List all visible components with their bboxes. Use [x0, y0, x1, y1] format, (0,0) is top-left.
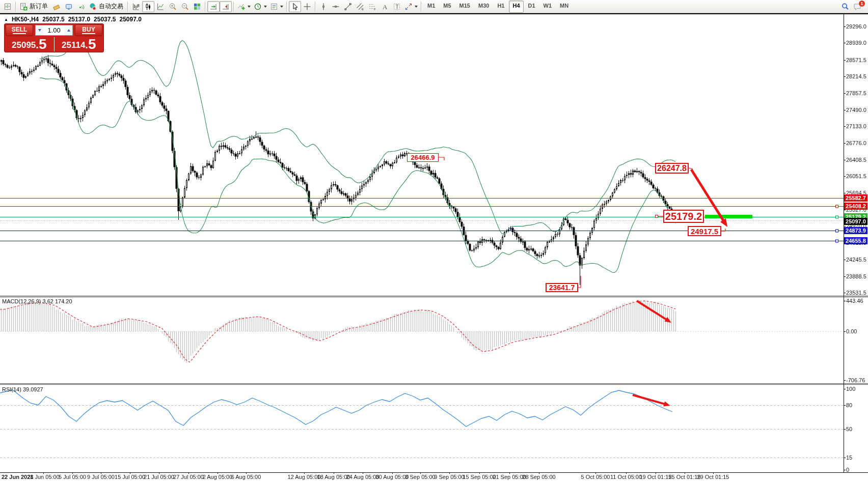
- candlestick-chart-button[interactable]: [142, 1, 154, 12]
- volume-increase-button[interactable]: [65, 25, 72, 35]
- scroll-to-end-button[interactable]: [207, 1, 220, 12]
- bar-chart-button[interactable]: [130, 1, 142, 12]
- sell-button[interactable]: SELL: [6, 24, 33, 36]
- toolbar-separator: [205, 2, 206, 12]
- sell-label: SELL: [12, 26, 28, 33]
- timeframe-mn[interactable]: MN: [556, 1, 572, 13]
- notification-badge: 1: [859, 1, 865, 7]
- new-order-button[interactable]: 新订单: [18, 1, 50, 12]
- search-button[interactable]: [839, 1, 851, 12]
- price-annotation[interactable]: 23641.7: [546, 283, 578, 292]
- text-tool-button[interactable]: A: [378, 1, 391, 12]
- fibonacci-tool-button[interactable]: F: [366, 1, 378, 12]
- buy-label: BUY: [82, 26, 95, 33]
- buy-price[interactable]: 25114 . 5: [55, 37, 104, 52]
- chart-shift-button[interactable]: [220, 1, 232, 12]
- scroll-to-end-icon: [209, 3, 218, 11]
- terminal-button[interactable]: [63, 1, 75, 12]
- dropdown-caret: [415, 6, 418, 8]
- equidistant-channel-icon: E: [356, 3, 364, 11]
- chart-window-button[interactable]: [2, 1, 14, 12]
- channel-tool-button[interactable]: E: [354, 1, 366, 12]
- ohlc-low: 25037.5: [94, 16, 116, 23]
- timeframe-m5[interactable]: M5: [440, 1, 454, 13]
- toolbar-separator: [15, 2, 16, 12]
- buy-underline: [82, 33, 95, 34]
- timeframe-h1[interactable]: H1: [494, 1, 508, 13]
- ohlc-high: 25137.0: [68, 16, 90, 23]
- symbol-period: HK50-,H4: [12, 16, 39, 23]
- periods-clock-icon: [254, 3, 262, 11]
- text-icon: A: [381, 3, 389, 11]
- price-line-badge: 24655.8: [844, 237, 867, 244]
- timeframe-group: M1M5M15M30H1H4D1W1MN: [423, 1, 573, 13]
- line-chart-icon: [156, 3, 165, 11]
- chart-window-icon: [4, 3, 12, 11]
- volume-decrease-button[interactable]: [36, 25, 43, 35]
- zoom-out-button[interactable]: [179, 1, 191, 12]
- eraser-icon: [52, 3, 61, 11]
- indicators-icon: [237, 3, 246, 11]
- toolbar-separator: [233, 2, 234, 12]
- timeframe-h4[interactable]: H4: [509, 1, 523, 13]
- terminal-icon: [65, 3, 73, 11]
- timeframe-m30[interactable]: M30: [475, 1, 493, 13]
- buy-price-main: 25114: [62, 39, 85, 51]
- cursor-icon: [291, 3, 299, 11]
- chart-canvas[interactable]: [0, 0, 868, 482]
- periods-button[interactable]: [252, 1, 268, 12]
- price-annotation[interactable]: 25179.2: [663, 210, 704, 223]
- sell-price[interactable]: 25095 . 5: [5, 37, 54, 52]
- vertical-line-icon: [319, 3, 328, 11]
- autotrade-icon: [89, 3, 97, 11]
- zoom-out-icon: [181, 3, 189, 11]
- signals-icon: [77, 3, 85, 11]
- templates-button[interactable]: [268, 1, 285, 12]
- main-toolbar: 新订单 自动交易: [0, 0, 868, 13]
- tile-windows-button[interactable]: [191, 1, 203, 12]
- horizontal-line-icon: [332, 3, 340, 11]
- arrows-tool-button[interactable]: [403, 1, 419, 12]
- notifications-button[interactable]: 1: [851, 1, 863, 12]
- svg-text:F: F: [374, 8, 376, 11]
- dropdown-caret: [248, 6, 251, 8]
- price-annotation[interactable]: 24917.5: [688, 226, 721, 236]
- label-tool-button[interactable]: T: [391, 1, 403, 12]
- timeframe-m1[interactable]: M1: [424, 1, 439, 13]
- ohlc-header: ▲ HK50-,H4 25037.5 25137.0 25037.5 25097…: [4, 16, 142, 23]
- dropdown-caret: [280, 6, 283, 8]
- cursor-tool-button[interactable]: [289, 1, 301, 12]
- sell-underline: [13, 33, 26, 34]
- price-annotation[interactable]: 26466.9: [407, 153, 439, 162]
- eraser-button[interactable]: [50, 1, 63, 12]
- bar-chart-icon: [132, 3, 140, 11]
- crosshair-tool-button[interactable]: [301, 1, 313, 12]
- toolbar-separator: [127, 2, 128, 12]
- timeframe-m15[interactable]: M15: [456, 1, 474, 13]
- one-click-trading-panel: SELL 1.00 BUY 25095 . 5 25114 . 5: [4, 23, 104, 52]
- buy-button[interactable]: BUY: [75, 24, 102, 36]
- horizontal-line-tool-button[interactable]: [330, 1, 342, 12]
- macd-indicator-label: MACD(12,26,9) 3.62 174.20: [2, 298, 72, 304]
- candlestick-chart-icon: [144, 3, 152, 11]
- price-annotation[interactable]: 26247.8: [655, 163, 689, 174]
- arrows-icon: [404, 3, 413, 11]
- signals-button[interactable]: [75, 1, 87, 12]
- current-price-badge: 25097.0: [844, 218, 867, 225]
- trendline-tool-button[interactable]: [342, 1, 354, 12]
- volume-value[interactable]: 1.00: [43, 26, 65, 34]
- vertical-line-tool-button[interactable]: [317, 1, 330, 12]
- line-chart-button[interactable]: [154, 1, 167, 12]
- timeframe-w1[interactable]: W1: [540, 1, 556, 13]
- autotrade-label: 自动交易: [98, 2, 124, 11]
- indicators-button[interactable]: [236, 1, 252, 12]
- svg-text:A: A: [383, 3, 388, 10]
- svg-text:E: E: [362, 8, 364, 11]
- sell-price-frac: 5: [39, 37, 47, 51]
- svg-text:T: T: [396, 4, 399, 9]
- timeframe-d1[interactable]: D1: [525, 1, 539, 13]
- autotrade-button[interactable]: 自动交易: [87, 1, 126, 12]
- zoom-in-button[interactable]: [167, 1, 179, 12]
- chart-shift-icon: [222, 3, 230, 11]
- crosshair-icon: [303, 3, 311, 11]
